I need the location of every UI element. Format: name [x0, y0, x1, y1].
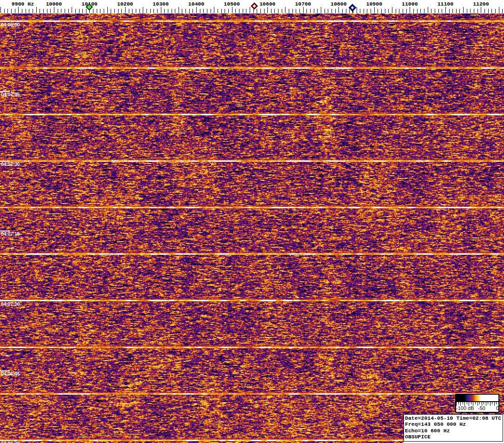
svg-text:9900 Hz: 9900 Hz [12, 1, 34, 7]
svg-text:10900: 10900 [366, 1, 383, 7]
svg-text:11100: 11100 [438, 1, 454, 7]
svg-text:10600: 10600 [259, 1, 276, 7]
svg-text:11200: 11200 [473, 1, 489, 7]
svg-text:10200: 10200 [117, 1, 133, 7]
svg-text:10700: 10700 [295, 1, 311, 7]
svg-text:10800: 10800 [331, 1, 347, 7]
svg-text:10000: 10000 [46, 1, 62, 7]
svg-text:10500: 10500 [224, 1, 240, 7]
svg-text:11000: 11000 [402, 1, 418, 7]
svg-text:10300: 10300 [153, 1, 169, 7]
svg-text:10400: 10400 [188, 1, 205, 7]
